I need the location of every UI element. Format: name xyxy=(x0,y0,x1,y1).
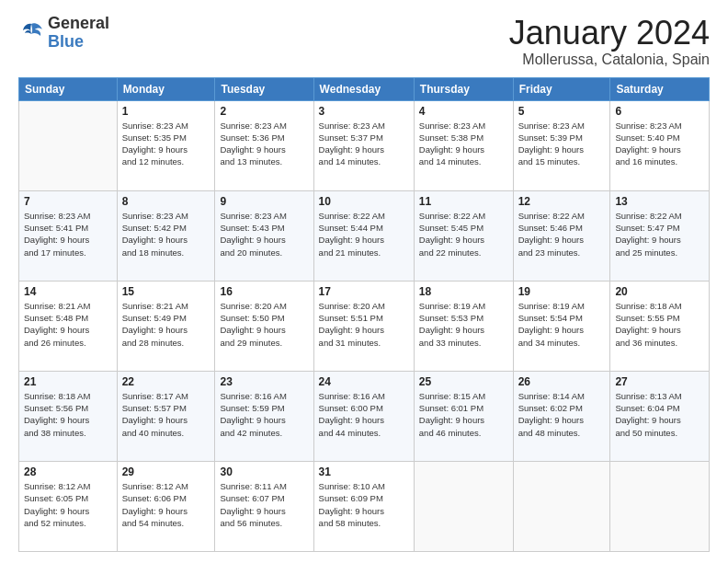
calendar-cell: 25Sunrise: 8:15 AM Sunset: 6:01 PM Dayli… xyxy=(414,371,513,461)
calendar-cell xyxy=(610,461,710,551)
day-number: 27 xyxy=(615,375,704,388)
day-info: Sunrise: 8:23 AM Sunset: 5:35 PM Dayligh… xyxy=(122,120,210,168)
day-number: 30 xyxy=(220,465,308,478)
calendar-cell: 14Sunrise: 8:21 AM Sunset: 5:48 PM Dayli… xyxy=(19,281,118,371)
day-number: 3 xyxy=(319,105,409,118)
day-number: 10 xyxy=(319,195,409,208)
day-number: 17 xyxy=(319,285,409,298)
column-header-sunday: Sunday xyxy=(19,77,118,100)
month-title: January 2024 xyxy=(509,15,710,52)
week-row-1: 1Sunrise: 8:23 AM Sunset: 5:35 PM Daylig… xyxy=(19,100,710,190)
column-header-saturday: Saturday xyxy=(610,77,710,100)
day-info: Sunrise: 8:21 AM Sunset: 5:48 PM Dayligh… xyxy=(24,300,112,349)
calendar-cell: 4Sunrise: 8:23 AM Sunset: 5:38 PM Daylig… xyxy=(414,100,513,190)
calendar-cell: 10Sunrise: 8:22 AM Sunset: 5:44 PM Dayli… xyxy=(313,190,414,281)
day-info: Sunrise: 8:10 AM Sunset: 6:09 PM Dayligh… xyxy=(319,480,409,529)
page: General Blue January 2024 Mollerussa, Ca… xyxy=(0,0,728,563)
day-number: 14 xyxy=(24,285,112,298)
calendar-cell: 6Sunrise: 8:23 AM Sunset: 5:40 PM Daylig… xyxy=(610,100,710,190)
day-number: 5 xyxy=(518,105,606,118)
day-info: Sunrise: 8:20 AM Sunset: 5:51 PM Dayligh… xyxy=(319,300,409,349)
day-number: 21 xyxy=(24,375,112,388)
week-row-2: 7Sunrise: 8:23 AM Sunset: 5:41 PM Daylig… xyxy=(19,190,710,281)
week-row-3: 14Sunrise: 8:21 AM Sunset: 5:48 PM Dayli… xyxy=(19,281,710,371)
day-info: Sunrise: 8:19 AM Sunset: 5:53 PM Dayligh… xyxy=(419,300,508,349)
column-header-monday: Monday xyxy=(117,77,215,100)
logo-icon xyxy=(18,20,44,46)
day-info: Sunrise: 8:12 AM Sunset: 6:05 PM Dayligh… xyxy=(24,480,112,529)
calendar-cell: 12Sunrise: 8:22 AM Sunset: 5:46 PM Dayli… xyxy=(513,190,610,281)
day-number: 25 xyxy=(419,375,508,388)
calendar-cell: 28Sunrise: 8:12 AM Sunset: 6:05 PM Dayli… xyxy=(19,461,118,551)
calendar-cell: 30Sunrise: 8:11 AM Sunset: 6:07 PM Dayli… xyxy=(215,461,313,551)
logo-blue: Blue xyxy=(48,32,84,51)
day-info: Sunrise: 8:23 AM Sunset: 5:43 PM Dayligh… xyxy=(220,210,308,259)
day-info: Sunrise: 8:23 AM Sunset: 5:36 PM Dayligh… xyxy=(220,120,308,168)
day-info: Sunrise: 8:17 AM Sunset: 5:57 PM Dayligh… xyxy=(122,390,210,439)
column-header-wednesday: Wednesday xyxy=(313,77,414,100)
calendar-cell: 23Sunrise: 8:16 AM Sunset: 5:59 PM Dayli… xyxy=(215,371,313,461)
day-number: 13 xyxy=(615,195,704,208)
calendar-cell: 2Sunrise: 8:23 AM Sunset: 5:36 PM Daylig… xyxy=(215,100,313,190)
day-info: Sunrise: 8:23 AM Sunset: 5:41 PM Dayligh… xyxy=(24,210,112,259)
calendar-cell: 27Sunrise: 8:13 AM Sunset: 6:04 PM Dayli… xyxy=(610,371,710,461)
calendar-cell: 1Sunrise: 8:23 AM Sunset: 5:35 PM Daylig… xyxy=(117,100,215,190)
day-info: Sunrise: 8:23 AM Sunset: 5:37 PM Dayligh… xyxy=(319,120,409,168)
calendar-cell: 18Sunrise: 8:19 AM Sunset: 5:53 PM Dayli… xyxy=(414,281,513,371)
column-header-friday: Friday xyxy=(513,77,610,100)
calendar-cell: 3Sunrise: 8:23 AM Sunset: 5:37 PM Daylig… xyxy=(313,100,414,190)
day-number: 24 xyxy=(319,375,409,388)
calendar-cell: 21Sunrise: 8:18 AM Sunset: 5:56 PM Dayli… xyxy=(19,371,118,461)
day-info: Sunrise: 8:20 AM Sunset: 5:50 PM Dayligh… xyxy=(220,300,308,349)
day-number: 29 xyxy=(122,465,210,478)
day-number: 2 xyxy=(220,105,308,118)
calendar-cell: 17Sunrise: 8:20 AM Sunset: 5:51 PM Dayli… xyxy=(313,281,414,371)
day-number: 7 xyxy=(24,195,112,208)
day-info: Sunrise: 8:13 AM Sunset: 6:04 PM Dayligh… xyxy=(615,390,704,439)
day-number: 20 xyxy=(615,285,704,298)
calendar-cell xyxy=(19,100,118,190)
day-info: Sunrise: 8:18 AM Sunset: 5:55 PM Dayligh… xyxy=(615,300,704,349)
calendar-cell: 19Sunrise: 8:19 AM Sunset: 5:54 PM Dayli… xyxy=(513,281,610,371)
calendar-cell xyxy=(414,461,513,551)
day-number: 26 xyxy=(518,375,606,388)
calendar-cell: 24Sunrise: 8:16 AM Sunset: 6:00 PM Dayli… xyxy=(313,371,414,461)
day-info: Sunrise: 8:23 AM Sunset: 5:40 PM Dayligh… xyxy=(615,120,704,168)
calendar-cell: 22Sunrise: 8:17 AM Sunset: 5:57 PM Dayli… xyxy=(117,371,215,461)
calendar-cell: 7Sunrise: 8:23 AM Sunset: 5:41 PM Daylig… xyxy=(19,190,118,281)
calendar-cell: 15Sunrise: 8:21 AM Sunset: 5:49 PM Dayli… xyxy=(117,281,215,371)
day-info: Sunrise: 8:23 AM Sunset: 5:38 PM Dayligh… xyxy=(419,120,508,168)
calendar-cell: 29Sunrise: 8:12 AM Sunset: 6:06 PM Dayli… xyxy=(117,461,215,551)
day-number: 6 xyxy=(615,105,704,118)
day-number: 23 xyxy=(220,375,308,388)
logo-text: General Blue xyxy=(48,15,109,52)
day-info: Sunrise: 8:12 AM Sunset: 6:06 PM Dayligh… xyxy=(122,480,210,529)
day-number: 16 xyxy=(220,285,308,298)
day-number: 11 xyxy=(419,195,508,208)
header: General Blue January 2024 Mollerussa, Ca… xyxy=(18,15,710,68)
day-info: Sunrise: 8:14 AM Sunset: 6:02 PM Dayligh… xyxy=(518,390,606,439)
week-row-4: 21Sunrise: 8:18 AM Sunset: 5:56 PM Dayli… xyxy=(19,371,710,461)
day-number: 15 xyxy=(122,285,210,298)
calendar-cell: 31Sunrise: 8:10 AM Sunset: 6:09 PM Dayli… xyxy=(313,461,414,551)
calendar-table: SundayMondayTuesdayWednesdayThursdayFrid… xyxy=(18,77,710,552)
calendar-cell: 5Sunrise: 8:23 AM Sunset: 5:39 PM Daylig… xyxy=(513,100,610,190)
day-info: Sunrise: 8:22 AM Sunset: 5:47 PM Dayligh… xyxy=(615,210,704,259)
day-info: Sunrise: 8:19 AM Sunset: 5:54 PM Dayligh… xyxy=(518,300,606,349)
calendar-cell: 11Sunrise: 8:22 AM Sunset: 5:45 PM Dayli… xyxy=(414,190,513,281)
week-row-5: 28Sunrise: 8:12 AM Sunset: 6:05 PM Dayli… xyxy=(19,461,710,551)
calendar-cell: 20Sunrise: 8:18 AM Sunset: 5:55 PM Dayli… xyxy=(610,281,710,371)
day-info: Sunrise: 8:22 AM Sunset: 5:45 PM Dayligh… xyxy=(419,210,508,259)
day-number: 8 xyxy=(122,195,210,208)
day-number: 18 xyxy=(419,285,508,298)
calendar-cell: 16Sunrise: 8:20 AM Sunset: 5:50 PM Dayli… xyxy=(215,281,313,371)
column-header-tuesday: Tuesday xyxy=(215,77,313,100)
calendar-cell: 8Sunrise: 8:23 AM Sunset: 5:42 PM Daylig… xyxy=(117,190,215,281)
day-info: Sunrise: 8:23 AM Sunset: 5:39 PM Dayligh… xyxy=(518,120,606,168)
day-number: 9 xyxy=(220,195,308,208)
day-info: Sunrise: 8:18 AM Sunset: 5:56 PM Dayligh… xyxy=(24,390,112,439)
day-info: Sunrise: 8:23 AM Sunset: 5:42 PM Dayligh… xyxy=(122,210,210,259)
calendar-cell xyxy=(513,461,610,551)
day-info: Sunrise: 8:16 AM Sunset: 6:00 PM Dayligh… xyxy=(319,390,409,439)
day-number: 1 xyxy=(122,105,210,118)
